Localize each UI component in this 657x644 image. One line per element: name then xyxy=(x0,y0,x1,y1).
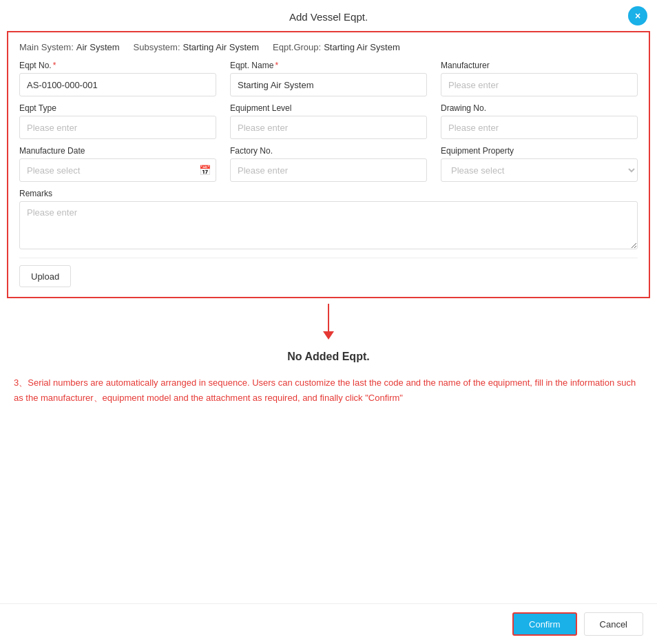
cancel-button[interactable]: Cancel xyxy=(584,612,643,636)
info-row: Main System: Air System Subsystem: Start… xyxy=(19,42,638,52)
main-system-label: Main System: xyxy=(19,42,74,52)
subsystem-label: Subsystem: xyxy=(134,42,180,52)
upload-button[interactable]: Upload xyxy=(19,265,71,287)
equipment-property-select[interactable]: Please select xyxy=(441,158,638,182)
eqpt-type-label: Eqpt Type xyxy=(19,103,216,113)
subsystem-value: Starting Air System xyxy=(183,42,260,52)
eqpt-no-group: Eqpt No.* xyxy=(19,61,216,96)
form-grid: Eqpt No.* Eqpt. Name* Manufacturer Eqpt … xyxy=(19,61,638,249)
no-added-title: No Added Eqpt. xyxy=(287,351,369,362)
form-section: Main System: Air System Subsystem: Start… xyxy=(7,31,650,298)
subsystem-info: Subsystem: Starting Air System xyxy=(134,42,259,52)
equipment-property-group: Equipment Property Please select xyxy=(441,146,638,182)
upload-section: Upload xyxy=(19,258,638,287)
remarks-label: Remarks xyxy=(19,189,638,198)
main-system-value: Air System xyxy=(76,42,120,52)
eqpt-group-info: Eqpt.Group: Starting Air System xyxy=(273,42,400,52)
eqpt-name-input[interactable] xyxy=(230,73,427,96)
arrow-head xyxy=(323,331,334,340)
close-button[interactable]: × xyxy=(628,6,647,25)
remarks-group: Remarks xyxy=(19,189,638,249)
eqpt-no-label: Eqpt No.* xyxy=(19,61,216,70)
manufacture-date-group: Manufacture Date 📅 xyxy=(19,146,216,182)
drawing-no-group: Drawing No. xyxy=(441,103,638,139)
remarks-textarea[interactable] xyxy=(19,201,638,249)
arrow-section xyxy=(0,298,657,342)
drawing-no-label: Drawing No. xyxy=(441,103,638,113)
drawing-no-input[interactable] xyxy=(441,116,638,139)
equipment-level-label: Equipment Level xyxy=(230,103,427,113)
manufacture-date-input[interactable] xyxy=(19,158,216,182)
manufacturer-label: Manufacturer xyxy=(441,61,638,70)
manufacture-date-label: Manufacture Date xyxy=(19,146,216,156)
eqpt-type-group: Eqpt Type xyxy=(19,103,216,139)
factory-no-input[interactable] xyxy=(230,158,427,182)
instruction-text: 3、Serial numbers are automatically arran… xyxy=(14,375,643,406)
eqpt-group-value: Starting Air System xyxy=(324,42,400,52)
factory-no-group: Factory No. xyxy=(230,146,427,182)
arrow-line xyxy=(328,304,329,331)
eqpt-group-label: Eqpt.Group: xyxy=(273,42,321,52)
eqpt-name-label: Eqpt. Name* xyxy=(230,61,427,70)
instruction-section: 3、Serial numbers are automatically arran… xyxy=(0,370,657,417)
confirm-button[interactable]: Confirm xyxy=(512,612,577,636)
equipment-level-input[interactable] xyxy=(230,116,427,139)
date-input-wrapper: 📅 xyxy=(19,158,216,182)
eqpt-no-required: * xyxy=(53,61,56,70)
equipment-property-label: Equipment Property xyxy=(441,146,638,156)
factory-no-label: Factory No. xyxy=(230,146,427,156)
eqpt-type-input[interactable] xyxy=(19,116,216,139)
modal-header: Add Vessel Eqpt. × xyxy=(0,0,657,31)
no-added-section: No Added Eqpt. xyxy=(0,342,657,370)
manufacturer-input[interactable] xyxy=(441,73,638,96)
modal-title: Add Vessel Eqpt. xyxy=(289,11,368,23)
eqpt-no-input[interactable] xyxy=(19,73,216,96)
modal-footer: Confirm Cancel xyxy=(0,603,657,644)
equipment-level-group: Equipment Level xyxy=(230,103,427,139)
manufacturer-group: Manufacturer xyxy=(441,61,638,96)
eqpt-name-group: Eqpt. Name* xyxy=(230,61,427,96)
main-system-info: Main System: Air System xyxy=(19,42,120,52)
eqpt-name-required: * xyxy=(275,61,278,70)
